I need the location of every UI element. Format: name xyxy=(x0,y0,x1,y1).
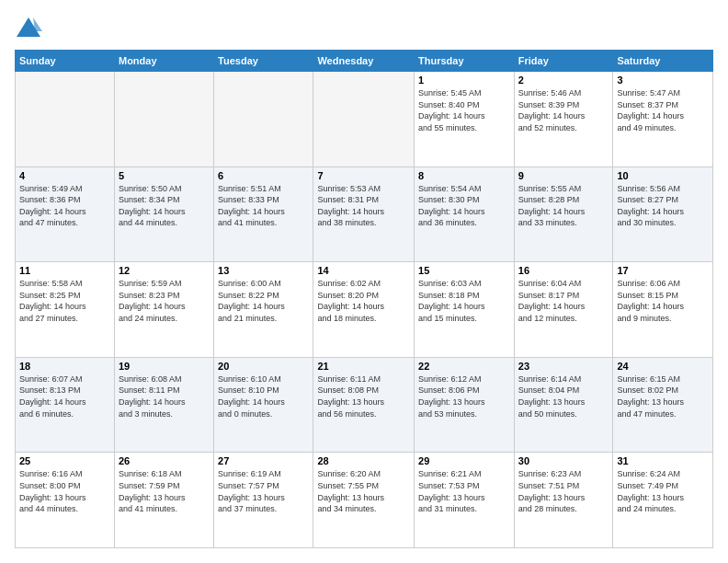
calendar-cell: 23Sunrise: 6:14 AMSunset: 8:04 PMDayligh… xyxy=(514,357,613,453)
day-number: 8 xyxy=(418,170,510,181)
day-number: 31 xyxy=(617,455,709,466)
day-info: Sunrise: 6:15 AMSunset: 8:02 PMDaylight:… xyxy=(617,373,709,419)
day-number: 7 xyxy=(317,170,410,181)
day-info: Sunrise: 6:20 AMSunset: 7:55 PMDaylight:… xyxy=(317,468,410,514)
day-number: 24 xyxy=(617,361,709,372)
calendar-week-1: 1Sunrise: 5:45 AMSunset: 8:40 PMDaylight… xyxy=(16,72,713,167)
calendar-cell xyxy=(16,72,115,167)
day-number: 23 xyxy=(518,361,609,372)
day-number: 14 xyxy=(317,265,410,276)
day-number: 1 xyxy=(418,75,510,86)
day-number: 28 xyxy=(317,455,410,466)
weekday-header-wednesday: Wednesday xyxy=(313,51,415,72)
day-number: 20 xyxy=(218,361,309,372)
day-info: Sunrise: 5:51 AMSunset: 8:33 PMDaylight:… xyxy=(218,183,309,229)
day-info: Sunrise: 5:46 AMSunset: 8:39 PMDaylight:… xyxy=(518,87,609,133)
day-number: 19 xyxy=(119,361,210,372)
day-info: Sunrise: 5:53 AMSunset: 8:31 PMDaylight:… xyxy=(317,183,410,229)
day-number: 6 xyxy=(218,170,309,181)
day-number: 15 xyxy=(418,265,510,276)
calendar-week-3: 11Sunrise: 5:58 AMSunset: 8:25 PMDayligh… xyxy=(16,262,713,358)
calendar-cell: 19Sunrise: 6:08 AMSunset: 8:11 PMDayligh… xyxy=(114,357,213,453)
calendar-cell: 2Sunrise: 5:46 AMSunset: 8:39 PMDaylight… xyxy=(514,72,613,167)
weekday-header-row: SundayMondayTuesdayWednesdayThursdayFrid… xyxy=(16,51,713,72)
day-number: 21 xyxy=(317,361,410,372)
calendar-cell: 11Sunrise: 5:58 AMSunset: 8:25 PMDayligh… xyxy=(16,262,115,358)
calendar-cell: 20Sunrise: 6:10 AMSunset: 8:10 PMDayligh… xyxy=(214,357,313,453)
calendar-cell: 18Sunrise: 6:07 AMSunset: 8:13 PMDayligh… xyxy=(16,357,115,453)
header xyxy=(15,15,713,42)
day-info: Sunrise: 5:59 AMSunset: 8:23 PMDaylight:… xyxy=(119,278,210,324)
calendar-cell: 22Sunrise: 6:12 AMSunset: 8:06 PMDayligh… xyxy=(415,357,515,453)
calendar-page: SundayMondayTuesdayWednesdayThursdayFrid… xyxy=(0,0,728,563)
day-info: Sunrise: 6:14 AMSunset: 8:04 PMDaylight:… xyxy=(518,373,609,419)
day-info: Sunrise: 5:55 AMSunset: 8:28 PMDaylight:… xyxy=(518,183,609,229)
day-info: Sunrise: 5:58 AMSunset: 8:25 PMDaylight:… xyxy=(19,278,110,324)
calendar-cell: 31Sunrise: 6:24 AMSunset: 7:49 PMDayligh… xyxy=(613,453,713,548)
logo-icon xyxy=(15,15,42,42)
calendar-cell: 13Sunrise: 6:00 AMSunset: 8:22 PMDayligh… xyxy=(214,262,313,358)
calendar-cell: 7Sunrise: 5:53 AMSunset: 8:31 PMDaylight… xyxy=(313,167,415,262)
day-info: Sunrise: 6:03 AMSunset: 8:18 PMDaylight:… xyxy=(418,278,510,324)
calendar-cell: 24Sunrise: 6:15 AMSunset: 8:02 PMDayligh… xyxy=(613,357,713,453)
day-info: Sunrise: 6:06 AMSunset: 8:15 PMDaylight:… xyxy=(617,278,709,324)
day-number: 25 xyxy=(19,455,110,466)
day-number: 4 xyxy=(19,170,110,181)
calendar-cell: 5Sunrise: 5:50 AMSunset: 8:34 PMDaylight… xyxy=(114,167,213,262)
calendar-week-2: 4Sunrise: 5:49 AMSunset: 8:36 PMDaylight… xyxy=(16,167,713,262)
day-number: 17 xyxy=(617,265,709,276)
day-info: Sunrise: 6:16 AMSunset: 8:00 PMDaylight:… xyxy=(19,468,110,514)
day-info: Sunrise: 5:56 AMSunset: 8:27 PMDaylight:… xyxy=(617,183,709,229)
weekday-header-sunday: Sunday xyxy=(16,51,115,72)
day-info: Sunrise: 6:07 AMSunset: 8:13 PMDaylight:… xyxy=(19,373,110,419)
day-info: Sunrise: 6:18 AMSunset: 7:59 PMDaylight:… xyxy=(119,468,210,514)
day-number: 5 xyxy=(119,170,210,181)
weekday-header-monday: Monday xyxy=(114,51,213,72)
calendar-cell: 17Sunrise: 6:06 AMSunset: 8:15 PMDayligh… xyxy=(613,262,713,358)
day-number: 26 xyxy=(119,455,210,466)
day-info: Sunrise: 6:00 AMSunset: 8:22 PMDaylight:… xyxy=(218,278,309,324)
calendar-week-5: 25Sunrise: 6:16 AMSunset: 8:00 PMDayligh… xyxy=(16,453,713,548)
calendar-header: SundayMondayTuesdayWednesdayThursdayFrid… xyxy=(16,51,713,72)
calendar-cell xyxy=(214,72,313,167)
calendar-body: 1Sunrise: 5:45 AMSunset: 8:40 PMDaylight… xyxy=(16,72,713,548)
calendar-cell: 3Sunrise: 5:47 AMSunset: 8:37 PMDaylight… xyxy=(613,72,713,167)
day-number: 16 xyxy=(518,265,609,276)
day-number: 22 xyxy=(418,361,510,372)
day-number: 29 xyxy=(418,455,510,466)
day-info: Sunrise: 6:04 AMSunset: 8:17 PMDaylight:… xyxy=(518,278,609,324)
calendar-cell: 25Sunrise: 6:16 AMSunset: 8:00 PMDayligh… xyxy=(16,453,115,548)
calendar-cell: 15Sunrise: 6:03 AMSunset: 8:18 PMDayligh… xyxy=(415,262,515,358)
day-info: Sunrise: 5:47 AMSunset: 8:37 PMDaylight:… xyxy=(617,87,709,133)
day-info: Sunrise: 5:49 AMSunset: 8:36 PMDaylight:… xyxy=(19,183,110,229)
calendar-cell: 29Sunrise: 6:21 AMSunset: 7:53 PMDayligh… xyxy=(415,453,515,548)
day-number: 18 xyxy=(19,361,110,372)
calendar-cell: 10Sunrise: 5:56 AMSunset: 8:27 PMDayligh… xyxy=(613,167,713,262)
calendar-cell: 8Sunrise: 5:54 AMSunset: 8:30 PMDaylight… xyxy=(415,167,515,262)
calendar-cell: 1Sunrise: 5:45 AMSunset: 8:40 PMDaylight… xyxy=(415,72,515,167)
weekday-header-saturday: Saturday xyxy=(613,51,713,72)
weekday-header-tuesday: Tuesday xyxy=(214,51,313,72)
calendar-cell: 27Sunrise: 6:19 AMSunset: 7:57 PMDayligh… xyxy=(214,453,313,548)
day-info: Sunrise: 6:02 AMSunset: 8:20 PMDaylight:… xyxy=(317,278,410,324)
calendar-cell: 21Sunrise: 6:11 AMSunset: 8:08 PMDayligh… xyxy=(313,357,415,453)
day-info: Sunrise: 5:50 AMSunset: 8:34 PMDaylight:… xyxy=(119,183,210,229)
day-info: Sunrise: 6:12 AMSunset: 8:06 PMDaylight:… xyxy=(418,373,510,419)
calendar-cell: 4Sunrise: 5:49 AMSunset: 8:36 PMDaylight… xyxy=(16,167,115,262)
day-info: Sunrise: 6:24 AMSunset: 7:49 PMDaylight:… xyxy=(617,468,709,514)
calendar-cell: 30Sunrise: 6:23 AMSunset: 7:51 PMDayligh… xyxy=(514,453,613,548)
calendar-week-4: 18Sunrise: 6:07 AMSunset: 8:13 PMDayligh… xyxy=(16,357,713,453)
calendar-cell: 26Sunrise: 6:18 AMSunset: 7:59 PMDayligh… xyxy=(114,453,213,548)
day-info: Sunrise: 5:45 AMSunset: 8:40 PMDaylight:… xyxy=(418,87,510,133)
calendar-cell: 12Sunrise: 5:59 AMSunset: 8:23 PMDayligh… xyxy=(114,262,213,358)
calendar-cell xyxy=(114,72,213,167)
calendar-cell: 28Sunrise: 6:20 AMSunset: 7:55 PMDayligh… xyxy=(313,453,415,548)
day-info: Sunrise: 5:54 AMSunset: 8:30 PMDaylight:… xyxy=(418,183,510,229)
day-number: 27 xyxy=(218,455,309,466)
calendar-cell: 16Sunrise: 6:04 AMSunset: 8:17 PMDayligh… xyxy=(514,262,613,358)
calendar-cell: 6Sunrise: 5:51 AMSunset: 8:33 PMDaylight… xyxy=(214,167,313,262)
day-number: 12 xyxy=(119,265,210,276)
day-info: Sunrise: 6:10 AMSunset: 8:10 PMDaylight:… xyxy=(218,373,309,419)
day-number: 30 xyxy=(518,455,609,466)
calendar-cell: 14Sunrise: 6:02 AMSunset: 8:20 PMDayligh… xyxy=(313,262,415,358)
